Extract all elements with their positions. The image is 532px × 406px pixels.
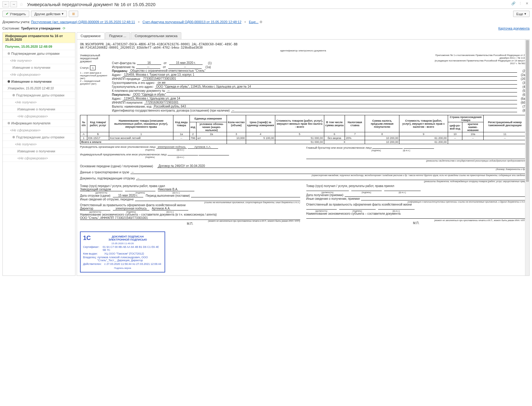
scrollbar[interactable]: [525, 40, 529, 276]
gear-icon[interactable]: ⚙: [259, 20, 263, 24]
tab-content[interactable]: Содержимое: [77, 32, 105, 39]
sidebar-item: <Не сформирован>: [3, 113, 75, 120]
remove-link-1[interactable]: ×: [136, 20, 141, 24]
sidebar-item: <Не получен>: [3, 141, 75, 148]
sidebar-item[interactable]: Извещение о получении: [3, 106, 75, 113]
sidebar-item: <Не сформирован>: [3, 155, 75, 162]
favorite-icon[interactable]: ☆: [18, 2, 25, 7]
sidebar-item: Утвержден, 15.05.2020 12:48:10: [3, 85, 75, 92]
menu-icon[interactable]: ⋮: [517, 2, 523, 7]
sidebar-received[interactable]: Получен, 15.05.2020 12:48:09: [3, 43, 75, 50]
tab-signatures[interactable]: Подписи ...: [105, 32, 130, 39]
sidebar-item: <Не сформирован>: [3, 127, 75, 134]
doc-links-label: Документы учета:: [2, 20, 30, 24]
doc-link-1[interactable]: Поступление (акт, накладная) ОД00-000009…: [31, 20, 135, 24]
doc-id-label: идентификатор электронного документа: [80, 49, 526, 52]
doc-id-1: ON_NSCHFDOPPR_2AL-A7303297-E6CA-4BD6-A73…: [80, 43, 526, 46]
doc-id-2: AA-F241A5260682-00001_20200515_83bb9ef7-…: [80, 46, 526, 49]
card-link[interactable]: Карточка документа: [498, 26, 530, 30]
status-label: Состояние:: [2, 26, 20, 30]
more-button[interactable]: Еще ▾: [513, 11, 530, 17]
table-row: 1ЮК-15/17Костюм женский летний--796шт10,…: [80, 136, 526, 140]
close-icon[interactable]: ✕: [524, 2, 530, 7]
upd-title: Универсальный передаточный документ: [80, 54, 109, 63]
sidebar-item[interactable]: Извещение о получении: [3, 148, 75, 155]
upd-status: 1: [90, 65, 96, 70]
sidebar-item[interactable]: Подтверждение даты отправки: [3, 134, 75, 141]
approve-button[interactable]: ✔Утвердить: [2, 11, 29, 17]
tab-note[interactable]: Сопроводительная записка: [131, 32, 181, 39]
window-title: Универсальный передаточный документ № 16…: [27, 2, 155, 7]
document-view: ON_NSCHFDOPPR_2AL-A7303297-E6CA-4BD6-A73…: [77, 40, 530, 276]
nav-forward[interactable]: →: [10, 1, 17, 7]
nav-back[interactable]: ←: [2, 1, 9, 7]
sidebar-item[interactable]: Подтверждение даты отправки: [3, 92, 75, 99]
upd-legend: 1 – счет-фактура и передаточный документ…: [80, 71, 109, 85]
hierarchy-icon: ⊞: [72, 12, 75, 16]
other-actions-button[interactable]: Другие действия ▾: [31, 11, 67, 17]
check-icon: ✔: [6, 12, 9, 16]
sidebar: Информация отправителя № 16 от 15.05.202…: [2, 32, 75, 276]
sidebar-item[interactable]: Подтверждение даты отправки: [3, 50, 75, 57]
signature-stamp: 1C ДОКУМЕНТ ПОДПИСАН ЭЛЕКТРОННОЙ ПОДПИСЬ…: [80, 231, 165, 272]
link-icon[interactable]: 🔗: [511, 2, 516, 7]
sidebar-item[interactable]: Информация получателя: [3, 120, 75, 127]
refresh-icon[interactable]: ⟳: [61, 26, 65, 30]
status-value: Требуется утверждение: [21, 26, 61, 30]
doc-link-more[interactable]: Еще...: [249, 20, 259, 24]
hierarchy-button[interactable]: ⊞: [69, 11, 78, 17]
sidebar-item[interactable]: Извещение о получении: [3, 78, 75, 85]
sidebar-item: <Не получен>: [3, 57, 75, 64]
sidebar-item[interactable]: Извещение о получении: [3, 64, 75, 71]
sidebar-item: <Не сформирован>: [3, 71, 75, 78]
doc-link-2[interactable]: Счет-фактура полученный ОД00-000013 от 1…: [142, 20, 241, 24]
items-table: № п/пКод товара/ работ, услугНаименовани…: [80, 115, 526, 144]
remove-link-2[interactable]: ×: [242, 20, 248, 24]
sidebar-item: <Не получен>: [3, 99, 75, 106]
appendix: Приложение № 1 к постановлению Правитель…: [429, 54, 526, 65]
sidebar-sender-info[interactable]: Информация отправителя № 16 от 15.05.202…: [3, 33, 75, 43]
